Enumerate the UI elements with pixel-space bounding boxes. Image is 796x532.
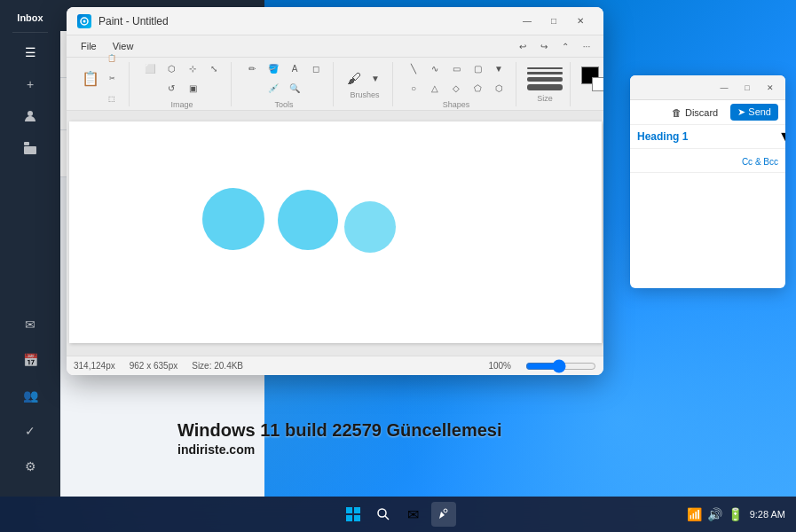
paint-select-all-button[interactable]: ▣: [183, 79, 202, 98]
sidebar-item-tasks[interactable]: ✓: [12, 417, 48, 445]
svg-rect-1: [24, 142, 29, 145]
email-heading-input[interactable]: [637, 130, 775, 143]
svg-rect-7: [346, 515, 352, 521]
taskbar: ✉ 📶 🔊 🔋 9:28 AM: [0, 497, 796, 532]
taskbar-sys-icons: 📶 🔊 🔋: [687, 507, 743, 521]
paint-triangle-shape[interactable]: △: [425, 79, 445, 98]
paint-select-freeform-button[interactable]: ⬡: [162, 59, 181, 79]
paint-magnify-button[interactable]: 🔍: [285, 79, 304, 98]
wifi-icon[interactable]: 📶: [687, 507, 702, 521]
sidebar-item-people[interactable]: 👥: [12, 381, 48, 410]
paint-size-1[interactable]: [527, 67, 563, 69]
sidebar-item-new[interactable]: +: [12, 70, 48, 98]
taskbar-search-button[interactable]: [371, 502, 396, 527]
overlay-text-area: Windows 11 build 22579 Güncellemesi indi…: [177, 420, 502, 457]
paint-select-rect-button[interactable]: ⬜: [140, 59, 160, 79]
paint-window-controls: — □ ✕: [515, 11, 593, 32]
paint-ribbon: File View ↩ ↪ ⌃ ··· 📋 📋 ✂ ⬚ Clipboar: [67, 35, 603, 111]
paint-brush-button[interactable]: 🖌: [344, 69, 364, 89]
paint-ellipse-shape[interactable]: ○: [404, 79, 423, 98]
paint-color-selector[interactable]: [581, 66, 603, 91]
paint-titlebar: Paint - Untitled — □ ✕: [67, 7, 603, 35]
paint-canvas-area[interactable]: [67, 111, 603, 356]
paint-expand-button[interactable]: ⌃: [556, 36, 575, 56]
paint-shapes-group: ╲ ∿ ▭ ▢ ▼ ○ △ ◇ ⬠ ⬡ Shapes: [397, 62, 516, 106]
email-discard-button[interactable]: 🗑 Discard: [665, 105, 725, 121]
paint-cut-button[interactable]: ✂: [102, 69, 122, 89]
email-send-button[interactable]: ➤ Send: [730, 104, 778, 121]
paint-status-size: Size: 20.4KB: [192, 361, 243, 371]
sidebar-item-folders[interactable]: [12, 134, 48, 162]
paint-clipboard-tools: 📋 📋 ✂ ⬚: [81, 49, 122, 109]
paint-pentagon-shape[interactable]: ⬠: [468, 79, 487, 98]
paint-toolbar: 📋 📋 ✂ ⬚ Clipboard ⬜ ⬡ ⊹ ⤡: [67, 57, 603, 110]
taskbar-mail-icon[interactable]: ✉: [401, 502, 426, 527]
email-cc-bcc-row: Cc & Bcc: [630, 149, 785, 173]
paint-redo-button[interactable]: ↪: [534, 36, 554, 56]
paint-circle-2: [278, 190, 338, 250]
paint-status-zoom: 100%: [488, 361, 511, 371]
paint-status-dimensions: 962 x 635px: [130, 361, 178, 371]
paint-shapes-more[interactable]: ▼: [489, 59, 508, 79]
paint-status-coords: 314,124px: [74, 361, 115, 371]
paint-text-button[interactable]: A: [285, 59, 304, 79]
taskbar-time-display: 9:28 AM: [750, 508, 785, 520]
paint-image-group: ⬜ ⬡ ⊹ ⤡ ↺ ▣ Image: [133, 62, 232, 106]
paint-eraser-button[interactable]: ◻: [306, 59, 326, 79]
paint-brushes-group: 🖌 ▼ Brushes: [337, 62, 393, 106]
volume-icon[interactable]: 🔊: [707, 507, 722, 521]
paint-rotate-button[interactable]: ↺: [162, 79, 181, 98]
paint-rhombus-shape[interactable]: ◇: [446, 79, 466, 98]
paint-roundrect-shape[interactable]: ▢: [468, 59, 487, 79]
paint-window-title: Paint - Untitled: [99, 15, 508, 27]
paint-size-4[interactable]: [527, 84, 563, 90]
sidebar-item-mail-bottom[interactable]: ✉: [12, 310, 48, 339]
email-compose-window: — □ ✕ 🗑 Discard ➤ Send ▼ Cc & Bcc: [630, 75, 785, 288]
paint-shapes-row2: ○ △ ◇ ⬠ ⬡: [404, 79, 508, 98]
paint-zoom-slider[interactable]: [525, 359, 596, 373]
email-body[interactable]: [630, 173, 785, 288]
paint-paste-button[interactable]: 📋: [102, 49, 122, 68]
paint-size-2[interactable]: [527, 72, 563, 74]
paint-crop-button[interactable]: ⊹: [183, 59, 202, 79]
paint-hexagon-shape[interactable]: ⬡: [489, 79, 508, 98]
svg-point-0: [28, 111, 33, 116]
paint-copy-button[interactable]: ⬚: [102, 90, 122, 109]
send-icon: ➤: [737, 106, 748, 117]
email-close-button[interactable]: ✕: [761, 79, 780, 97]
paint-resize-button[interactable]: ⤡: [204, 59, 224, 79]
paint-size-3[interactable]: [527, 77, 563, 82]
paint-more-button[interactable]: ···: [577, 36, 596, 56]
paint-clipboard-group: 📋 📋 ✂ ⬚ Clipboard: [74, 62, 130, 106]
sidebar-item-contacts[interactable]: [12, 102, 48, 130]
paint-clipboard-icon[interactable]: 📋: [81, 69, 100, 89]
taskbar-clock[interactable]: 9:28 AM: [750, 508, 785, 520]
email-maximize-button[interactable]: □: [737, 79, 757, 97]
paint-canvas[interactable]: [69, 121, 602, 343]
taskbar-start-button[interactable]: [341, 502, 366, 527]
paint-line-shape[interactable]: ╲: [404, 59, 423, 79]
sidebar-item-calendar[interactable]: 📅: [12, 346, 48, 374]
email-compose-toolbar: 🗑 Discard ➤ Send: [630, 100, 785, 125]
paint-eyedropper-button[interactable]: 💉: [264, 79, 283, 98]
email-cc-bcc-button[interactable]: Cc & Bcc: [742, 157, 778, 167]
paint-rect-shape[interactable]: ▭: [446, 59, 466, 79]
overlay-subtitle: indiriste.com: [177, 442, 502, 457]
paint-undo-button[interactable]: ↩: [513, 36, 532, 56]
paint-statusbar: 314,124px 962 x 635px Size: 20.4KB 100%: [67, 356, 603, 375]
paint-maximize-button[interactable]: □: [541, 11, 566, 32]
paint-pencil-button[interactable]: ✏: [242, 59, 262, 79]
email-minimize-button[interactable]: —: [714, 79, 734, 97]
chevron-down-icon[interactable]: ▼: [778, 129, 785, 145]
taskbar-center: ✉: [341, 502, 456, 527]
paint-brushes-dropdown[interactable]: ▼: [366, 69, 385, 89]
sidebar-item-settings[interactable]: ⚙: [12, 452, 48, 481]
paint-minimize-button[interactable]: —: [515, 11, 540, 32]
paint-fill-button[interactable]: 🪣: [264, 59, 283, 79]
paint-curve-shape[interactable]: ∿: [425, 59, 445, 79]
battery-icon[interactable]: 🔋: [728, 507, 743, 521]
paint-app-icon: [77, 14, 91, 28]
sidebar-item-menu[interactable]: ☰: [12, 38, 48, 66]
taskbar-paint-icon[interactable]: [431, 502, 456, 527]
paint-close-button[interactable]: ✕: [568, 11, 593, 32]
